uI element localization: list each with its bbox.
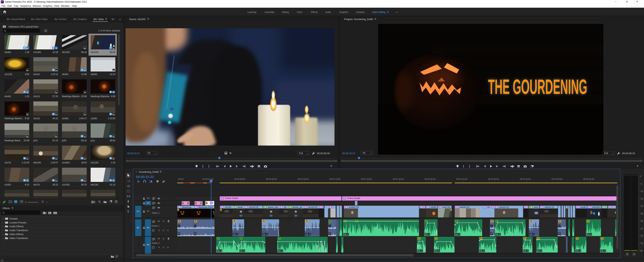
svg-text:T: T	[127, 210, 129, 213]
svg-text:YUV: YUV	[54, 212, 56, 214]
svg-text:32: 32	[49, 212, 51, 214]
svg-text:THE GOURDENING: THE GOURDENING	[488, 75, 587, 98]
